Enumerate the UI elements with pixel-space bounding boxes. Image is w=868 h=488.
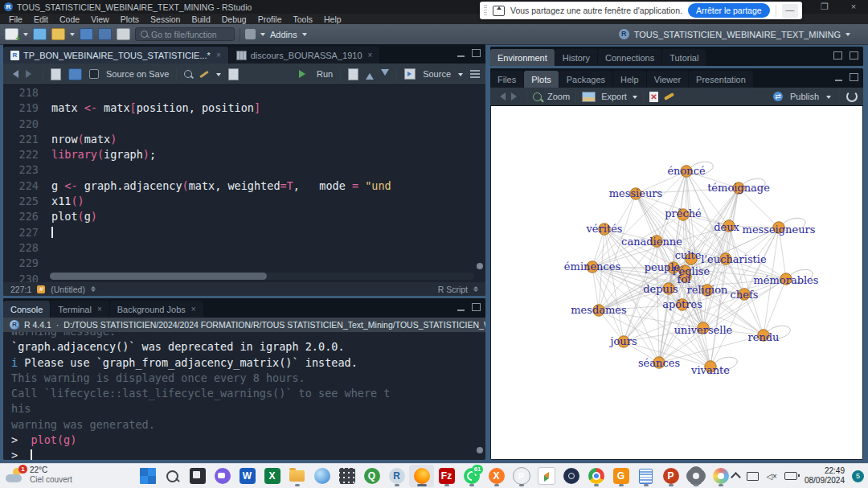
save-all-icon[interactable] — [98, 28, 112, 40]
zoom-plot-icon[interactable] — [533, 92, 542, 101]
taskbar-edge-globe-icon[interactable] — [309, 465, 334, 487]
tab-tp-bon-webinaire-tous-statisticie-[interactable]: RTP_BON_WEBINAIRE_TOUS_STATISTICIE...*× — [3, 47, 228, 64]
tab-packages[interactable]: Packages — [559, 71, 612, 88]
close-button[interactable]: × — [839, 0, 868, 14]
minimize-pane-icon[interactable] — [457, 303, 465, 311]
stop-sharing-button[interactable]: Arrêter le partage — [688, 3, 770, 18]
taskbar-filezilla-icon[interactable]: Fz — [434, 465, 459, 487]
next-plot-icon[interactable] — [511, 92, 521, 100]
publish-icon[interactable]: ⇄ — [773, 92, 783, 101]
taskbar-search-icon[interactable] — [160, 465, 185, 487]
taskbar-stat-circle-icon[interactable] — [559, 465, 583, 487]
taskbar-task-view-icon[interactable] — [185, 465, 210, 487]
taskbar-video-chat-icon[interactable] — [210, 465, 235, 487]
document-chunk[interactable]: (Untitled) — [51, 285, 85, 294]
remove-plot-icon[interactable]: ✕ — [649, 92, 658, 102]
document-outline-icon[interactable] — [470, 70, 480, 78]
menu-edit[interactable]: Edit — [28, 14, 54, 24]
clear-plots-icon[interactable] — [664, 92, 674, 100]
rerun-icon[interactable] — [348, 68, 358, 80]
source-on-save-checkbox[interactable] — [89, 69, 99, 79]
menu-view[interactable]: View — [85, 14, 115, 24]
run-button[interactable]: Run — [317, 69, 333, 79]
save-source-icon[interactable] — [68, 68, 82, 80]
file-type[interactable]: R Script — [438, 285, 468, 294]
code-tools-caret-icon[interactable] — [216, 73, 221, 79]
print-icon[interactable] — [117, 28, 130, 40]
taskbar-qgis-icon[interactable]: Q — [359, 465, 384, 487]
taskbar-start-icon[interactable] — [135, 465, 160, 487]
tab-plots[interactable]: Plots — [524, 71, 558, 88]
menu-plots[interactable]: Plots — [115, 14, 145, 24]
taskbar-excel-icon[interactable]: X — [260, 465, 285, 487]
menu-tools[interactable]: Tools — [287, 14, 318, 24]
panes-layout-icon[interactable] — [245, 29, 256, 39]
tab-connections[interactable]: Connections — [598, 49, 661, 66]
tab-console[interactable]: Console — [3, 301, 50, 318]
addins-caret-icon[interactable] — [302, 33, 307, 39]
compile-report-icon[interactable] — [228, 68, 239, 80]
go-to-file-input[interactable]: Go to file/function — [135, 27, 235, 41]
tab-help[interactable]: Help — [613, 71, 646, 88]
vertical-scrollbar[interactable] — [477, 263, 483, 269]
open-recent-caret-icon[interactable] — [70, 33, 75, 39]
taskbar-firefox-icon[interactable] — [409, 465, 434, 487]
open-file-icon[interactable] — [51, 28, 65, 40]
taskbar-postgresql-icon[interactable]: P — [509, 465, 534, 487]
maximize-pane-icon[interactable] — [472, 303, 481, 311]
restore-button[interactable]: ❐ — [810, 0, 839, 14]
maximize-pane-icon[interactable] — [472, 49, 481, 57]
code-tools-icon[interactable] — [200, 70, 210, 77]
clock[interactable]: 22:49 08/09/2024 — [805, 466, 845, 486]
export-caret-icon[interactable] — [633, 96, 637, 101]
taskbar-whatsapp-icon[interactable]: 61 — [459, 465, 484, 487]
taskbar-word-icon[interactable]: W — [235, 465, 260, 487]
export-button[interactable]: Export — [601, 92, 627, 101]
tab-viewer[interactable]: Viewer — [647, 71, 688, 88]
taskbar-paint-icon[interactable] — [708, 465, 733, 487]
tab-terminal[interactable]: Terminal× — [51, 301, 108, 318]
tab-environment[interactable]: Environment — [490, 49, 555, 66]
volume-muted-icon[interactable]: ◁× — [766, 472, 777, 481]
menu-help[interactable]: Help — [318, 14, 347, 24]
source-caret-icon[interactable] — [458, 73, 463, 79]
previous-plot-icon[interactable] — [496, 92, 506, 100]
tab-presentation[interactable]: Presentation — [689, 71, 753, 88]
project-selector[interactable]: R TOUS_STATISTICIEN_WEBINAIRE_TEXT_MININ… — [619, 29, 850, 39]
display-icon[interactable] — [747, 472, 759, 481]
notification-count-badge[interactable]: 5 — [852, 470, 864, 482]
addins-button[interactable]: Addins — [270, 30, 297, 39]
run-icon[interactable] — [299, 70, 309, 78]
horizontal-scrollbar[interactable] — [50, 273, 474, 280]
menu-debug[interactable]: Debug — [216, 14, 252, 24]
code-editor[interactable]: 218219matx <- matx[position, position]22… — [3, 85, 485, 283]
new-file-caret-icon[interactable] — [23, 33, 28, 39]
minimize-pane-icon[interactable] — [835, 73, 842, 81]
scrollbar-thumb[interactable] — [50, 273, 267, 280]
tab-files[interactable]: Files — [490, 71, 523, 88]
run-next-icon[interactable] — [381, 69, 389, 80]
maximize-pane-icon[interactable] — [850, 73, 858, 81]
taskbar-r-app-icon[interactable]: R — [384, 465, 409, 487]
source-button[interactable]: Source — [423, 69, 451, 79]
new-file-icon[interactable] — [5, 28, 18, 40]
console-output[interactable]: Warning message:`graph.adjacency()` was … — [3, 332, 485, 460]
tab-tutorial[interactable]: Tutorial — [662, 49, 706, 66]
drag-handle-icon[interactable] — [484, 5, 487, 16]
find-icon[interactable] — [184, 70, 192, 78]
tray-overflow-icon[interactable] — [731, 472, 742, 482]
menu-code[interactable]: Code — [54, 14, 85, 24]
close-tab-icon[interactable]: × — [191, 305, 196, 314]
zoom-button[interactable]: Zoom — [547, 92, 570, 101]
save-icon[interactable] — [80, 28, 93, 40]
taskbar-chrome-icon[interactable] — [583, 465, 608, 487]
taskbar-office-grid-icon[interactable] — [334, 465, 359, 487]
maximize-pane-icon[interactable] — [850, 51, 858, 59]
forward-icon[interactable] — [26, 70, 35, 78]
taskbar-translate-icon[interactable] — [534, 465, 559, 487]
taskbar-notes-icon[interactable] — [633, 465, 658, 487]
tab-history[interactable]: History — [555, 49, 597, 66]
taskbar-settings-icon[interactable] — [683, 465, 708, 487]
taskbar-xampp-icon[interactable]: X — [484, 465, 509, 487]
restore-pane-icon[interactable] — [833, 51, 842, 59]
